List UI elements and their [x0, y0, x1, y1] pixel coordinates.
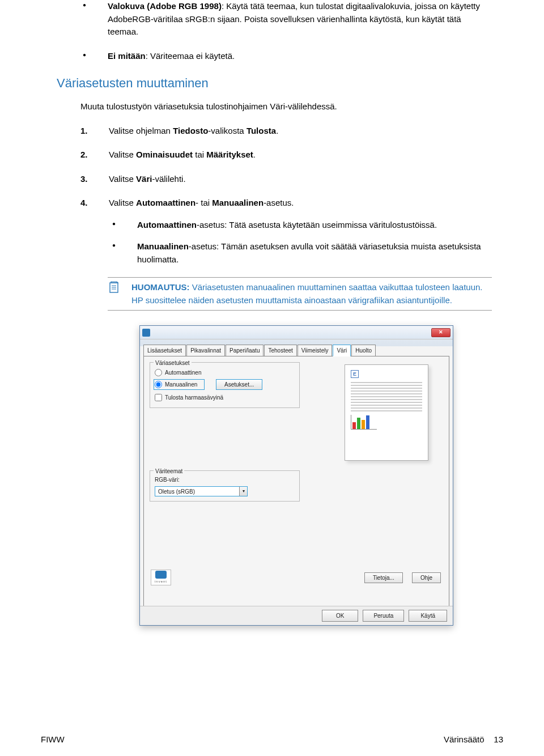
dialog-bottom-bar: OK Peruuta Käytä	[140, 606, 453, 625]
group-label: Väriteemat	[154, 467, 184, 475]
app-icon	[142, 329, 150, 337]
grayscale-check[interactable]: Tulosta harmaasävyinä	[155, 393, 295, 402]
step-2: 2. Valitse Ominaisuudet tai Määritykset.	[80, 148, 492, 162]
bullet-text: : Väriteemaa ei käytetä.	[146, 51, 235, 61]
radio-manual-input[interactable]	[155, 381, 162, 388]
panel-buttons: Tietoja... Ohje	[364, 572, 441, 583]
tab-advanced[interactable]: Lisäasetukset	[143, 345, 186, 356]
hp-invent-text: invent	[155, 579, 167, 584]
color-themes-group: Väriteemat RGB-väri: Oletus (sRGB) ▾	[150, 470, 300, 502]
tab-paper[interactable]: Paperi/laatu	[226, 345, 264, 356]
step-3: 3. Valitse Väri-välilehti.	[80, 173, 492, 186]
grayscale-input[interactable]	[155, 394, 162, 401]
titlebar: ✕	[140, 326, 453, 339]
hp-badge-icon	[155, 571, 167, 579]
tab-strip: Lisäasetukset Pikavalinnat Paperi/laatu …	[143, 344, 449, 356]
preview-header-icon: E	[351, 370, 359, 378]
cancel-button[interactable]: Peruuta	[363, 610, 404, 622]
step-4: 4. Valitse Automaattinen- tai Manuaaline…	[80, 197, 492, 266]
substeps: Automaattinen-asetus: Tätä asetusta käyt…	[109, 219, 492, 266]
about-button[interactable]: Tietoja...	[364, 572, 403, 583]
tab-color[interactable]: Väri	[333, 345, 351, 356]
combo-value: Oletus (sRGB)	[155, 487, 239, 496]
chevron-down-icon: ▾	[239, 487, 247, 496]
tab-services[interactable]: Huolto	[351, 345, 376, 356]
note-box: HUOMAUTUS: Väriasetusten manuaalinen muu…	[108, 277, 492, 311]
close-button[interactable]: ✕	[431, 328, 450, 337]
group-label: Väriasetukset	[154, 359, 192, 367]
tab-finishing[interactable]: Viimeistely	[298, 345, 333, 356]
top-bullet-list: Valokuva (Adobe RGB 1998): Käytä tätä te…	[57, 0, 492, 62]
bullet-none: Ei mitään: Väriteemaa ei käytetä.	[57, 50, 492, 63]
footer-right: Värinsäätö 13	[444, 733, 503, 746]
hp-logo: invent	[151, 570, 171, 585]
steps-list: 1. Valitse ohjelman Tiedosto-valikosta T…	[80, 125, 492, 266]
bullet-title: Ei mitään	[108, 51, 146, 61]
settings-button[interactable]: Asetukset...	[216, 379, 262, 390]
bullet-adobe-rgb: Valokuva (Adobe RGB 1998): Käytä tätä te…	[57, 0, 492, 39]
tab-shortcuts[interactable]: Pikavalinnat	[186, 345, 225, 356]
sub-manual: Manuaalinen-asetus: Tämän asetuksen avul…	[109, 240, 492, 266]
tab-effects[interactable]: Tehosteet	[264, 345, 296, 356]
radio-manual[interactable]: Manuaalinen	[154, 379, 205, 390]
help-button[interactable]: Ohje	[412, 572, 441, 583]
footer-left: FIWW	[41, 733, 65, 746]
intro-paragraph: Muuta tulostustyön väriasetuksia tulosti…	[80, 100, 492, 113]
page-number: 13	[494, 734, 503, 744]
radio-auto[interactable]: Automaattinen	[155, 368, 295, 377]
tab-panel: Väriasetukset Automaattinen Manuaalinen …	[143, 356, 449, 610]
color-settings-group: Väriasetukset Automaattinen Manuaalinen …	[150, 362, 300, 408]
rgb-combo[interactable]: Oletus (sRGB) ▾	[155, 486, 248, 496]
close-icon: ✕	[439, 329, 443, 337]
preview-area: E	[345, 364, 441, 461]
ok-button[interactable]: OK	[322, 610, 358, 622]
section-heading: Väriasetusten muuttaminen	[57, 74, 492, 92]
note-icon	[109, 281, 120, 298]
step-1: 1. Valitse ohjelman Tiedosto-valikosta T…	[80, 125, 492, 138]
sub-auto: Automaattinen-asetus: Tätä asetusta käyt…	[109, 219, 492, 232]
preview-sheet: E	[345, 364, 428, 461]
note-label: HUOMAUTUS:	[131, 282, 190, 292]
page-footer: FIWW Värinsäätö 13	[41, 733, 503, 746]
preview-chart-icon	[351, 415, 377, 430]
apply-button[interactable]: Käytä	[409, 610, 447, 622]
radio-auto-input[interactable]	[155, 369, 162, 376]
bullet-title: Valokuva (Adobe RGB 1998)	[108, 1, 222, 11]
rgb-label: RGB-väri:	[155, 475, 295, 484]
print-dialog: ✕ Lisäasetukset Pikavalinnat Paperi/laat…	[139, 325, 453, 626]
